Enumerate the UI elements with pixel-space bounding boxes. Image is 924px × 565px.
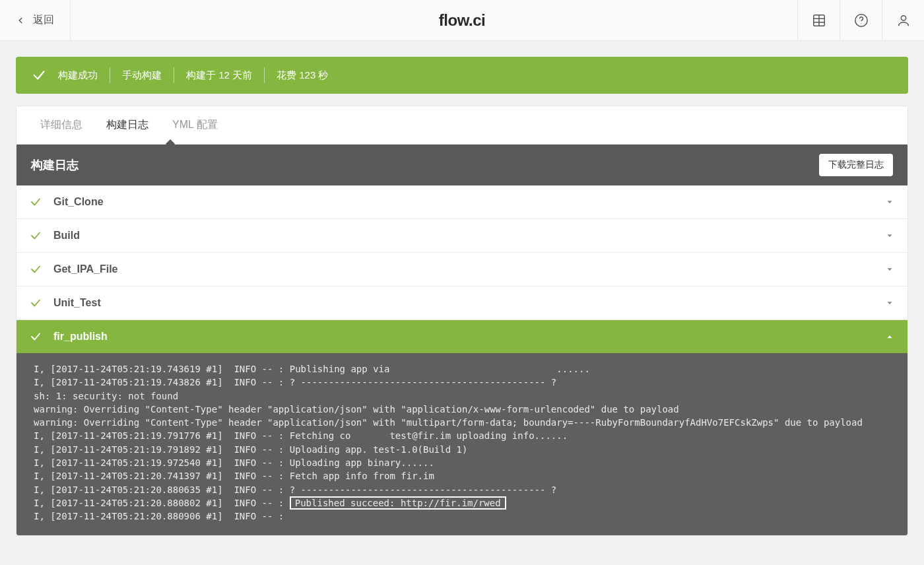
log-post: I, [2017-11-24T05:21:20.880906 #1] INFO …	[34, 511, 284, 521]
separator	[110, 67, 110, 83]
check-icon	[30, 263, 42, 275]
step-get-ipa-file[interactable]: Get_IPA_File	[16, 253, 908, 286]
step-label: fir_publish	[53, 331, 873, 343]
separator	[174, 67, 174, 83]
topbar-right	[797, 0, 924, 40]
log-panel-header: 构建日志 下载完整日志	[16, 145, 908, 185]
build-status-bar: 构建成功 手动构建 构建于 12 天前 花费 123 秒	[16, 57, 908, 94]
separator	[264, 67, 265, 83]
chevron-down-icon	[885, 231, 894, 240]
back-label: 返回	[33, 13, 54, 27]
tabs: 详细信息 构建日志 YML 配置	[16, 106, 908, 145]
step-label: Git_Clone	[53, 196, 873, 208]
status-trigger: 手动构建	[122, 69, 162, 82]
svg-marker-9	[888, 268, 892, 271]
chevron-up-icon	[885, 332, 894, 341]
svg-marker-7	[888, 201, 892, 203]
step-build[interactable]: Build	[16, 219, 908, 253]
topbar: 返回 flow.ci	[0, 0, 924, 41]
check-icon	[30, 297, 42, 309]
log-highlight: Published succeed: http://fir.im/rwed	[290, 496, 506, 510]
log-pre: I, [2017-11-24T05:21:19.743619 #1] INFO …	[34, 364, 863, 495]
success-check-icon	[32, 68, 46, 83]
user-icon[interactable]	[882, 0, 924, 40]
build-card: 详细信息 构建日志 YML 配置 构建日志 下载完整日志 Git_Clone B…	[16, 106, 908, 536]
svg-point-6	[901, 15, 906, 20]
panel-title: 构建日志	[31, 157, 79, 173]
chevron-down-icon	[885, 197, 894, 207]
step-fir-publish[interactable]: fir_publish	[16, 320, 908, 353]
check-icon	[30, 331, 42, 343]
tab-details[interactable]: 详细信息	[40, 106, 82, 144]
tab-yml-config[interactable]: YML 配置	[172, 106, 218, 144]
main-container: 构建成功 手动构建 构建于 12 天前 花费 123 秒 详细信息 构建日志 Y…	[0, 41, 924, 552]
chevron-down-icon	[885, 265, 894, 274]
log-output: I, [2017-11-24T05:21:19.743619 #1] INFO …	[16, 353, 908, 535]
brand-logo: flow.ci	[439, 11, 485, 30]
status-built-at: 构建于 12 天前	[186, 69, 252, 82]
tab-build-log[interactable]: 构建日志	[106, 106, 148, 144]
svg-point-5	[861, 23, 861, 24]
help-icon[interactable]	[840, 0, 882, 40]
status-result: 构建成功	[58, 69, 98, 82]
step-git-clone[interactable]: Git_Clone	[16, 185, 908, 219]
download-log-button[interactable]: 下载完整日志	[819, 154, 893, 176]
dashboard-icon[interactable]	[797, 0, 840, 40]
back-button[interactable]: 返回	[0, 0, 71, 40]
svg-marker-11	[888, 335, 892, 338]
step-unit-test[interactable]: Unit_Test	[16, 286, 908, 320]
svg-marker-8	[888, 234, 892, 237]
chevron-left-icon	[16, 16, 25, 25]
chevron-down-icon	[885, 298, 894, 308]
check-icon	[30, 196, 42, 208]
svg-marker-10	[888, 302, 892, 304]
step-label: Unit_Test	[53, 297, 873, 309]
log-highlight-line: I, [2017-11-24T05:21:20.880802 #1] INFO …	[34, 496, 506, 510]
step-label: Get_IPA_File	[53, 263, 873, 275]
step-label: Build	[53, 230, 873, 242]
check-icon	[30, 230, 42, 242]
status-duration: 花费 123 秒	[277, 69, 328, 82]
